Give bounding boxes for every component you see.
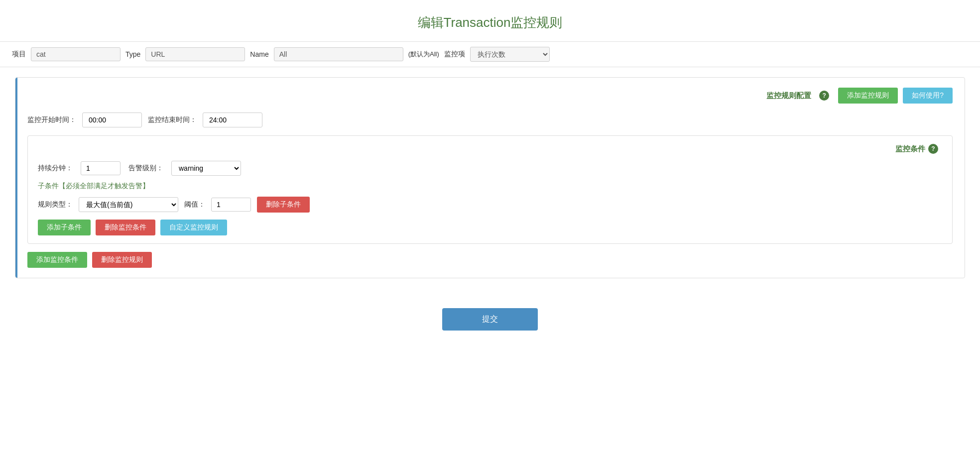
custom-rule-button[interactable]: 自定义监控规则 bbox=[160, 220, 227, 235]
name-note: (默认为All) bbox=[408, 50, 439, 59]
add-condition-button[interactable]: 添加监控条件 bbox=[27, 252, 87, 268]
how-to-use-button[interactable]: 如何使用? bbox=[903, 88, 953, 104]
alert-level-select[interactable]: warning critical info bbox=[171, 161, 241, 176]
time-row: 监控开始时间： 监控结束时间： bbox=[27, 112, 953, 127]
type-label: Type bbox=[125, 50, 140, 58]
name-label: Name bbox=[250, 50, 268, 58]
condition-help-icon[interactable]: ? bbox=[928, 144, 938, 154]
threshold-label: 阈值： bbox=[184, 200, 205, 209]
threshold-input[interactable] bbox=[211, 198, 251, 212]
left-accent-bar bbox=[15, 78, 17, 278]
submit-button[interactable]: 提交 bbox=[442, 308, 538, 331]
add-rule-button[interactable]: 添加监控规则 bbox=[838, 88, 898, 104]
rule-config-help-icon[interactable]: ? bbox=[819, 91, 829, 101]
main-content: 监控规则配置 ? 添加监控规则 如何使用? 监控开始时间： 监控结束时间： 监控… bbox=[0, 67, 980, 288]
duration-label: 持续分钟： bbox=[38, 164, 73, 173]
bottom-btns: 添加监控条件 删除监控规则 bbox=[27, 252, 953, 268]
project-label: 项目 bbox=[12, 50, 26, 59]
delete-rule-button[interactable]: 删除监控规则 bbox=[92, 252, 152, 268]
rule-config-label: 监控规则配置 bbox=[766, 91, 811, 101]
top-bar: 项目 Type Name (默认为All) 监控项 执行次数 bbox=[0, 41, 980, 67]
subcondition-row: 规则类型： 最大值(当前值) 最小值(当前值) 平均值 求和值 阈值： 删除子条… bbox=[38, 197, 942, 213]
end-time-label: 监控结束时间： bbox=[148, 115, 197, 124]
duration-input[interactable] bbox=[81, 161, 121, 175]
monitor-select[interactable]: 执行次数 bbox=[470, 47, 550, 62]
duration-row: 持续分钟： 告警级别： warning critical info bbox=[38, 161, 942, 176]
delete-condition-button[interactable]: 删除监控条件 bbox=[96, 220, 155, 235]
condition-card-header: 监控条件 ? bbox=[38, 144, 942, 154]
add-subcondition-button[interactable]: 添加子条件 bbox=[38, 220, 91, 235]
start-time-input[interactable] bbox=[82, 112, 142, 127]
subcondition-label: 子条件【必须全部满足才触发告警】 bbox=[38, 182, 942, 191]
condition-card: 监控条件 ? 持续分钟： 告警级别： warning critical info… bbox=[27, 135, 953, 244]
rule-type-label: 规则类型： bbox=[38, 200, 73, 209]
subcondition-btns: 添加子条件 删除监控条件 自定义监控规则 bbox=[38, 220, 942, 235]
rule-card-header: 监控规则配置 ? 添加监控规则 如何使用? bbox=[27, 88, 953, 104]
submit-row: 提交 bbox=[0, 308, 980, 350]
project-input[interactable] bbox=[31, 47, 121, 61]
rule-type-select[interactable]: 最大值(当前值) 最小值(当前值) 平均值 求和值 bbox=[79, 197, 178, 212]
type-input[interactable] bbox=[145, 47, 245, 61]
alert-level-label: 告警级别： bbox=[128, 164, 163, 173]
rule-card: 监控规则配置 ? 添加监控规则 如何使用? 监控开始时间： 监控结束时间： 监控… bbox=[15, 77, 965, 278]
delete-subcondition-button[interactable]: 删除子条件 bbox=[257, 197, 310, 213]
condition-title: 监控条件 bbox=[895, 144, 925, 154]
end-time-input[interactable] bbox=[203, 112, 262, 127]
name-input[interactable] bbox=[274, 47, 403, 61]
monitor-label: 监控项 bbox=[444, 50, 465, 59]
page-title: 编辑Transaction监控规则 bbox=[0, 0, 980, 41]
start-time-label: 监控开始时间： bbox=[27, 115, 76, 124]
